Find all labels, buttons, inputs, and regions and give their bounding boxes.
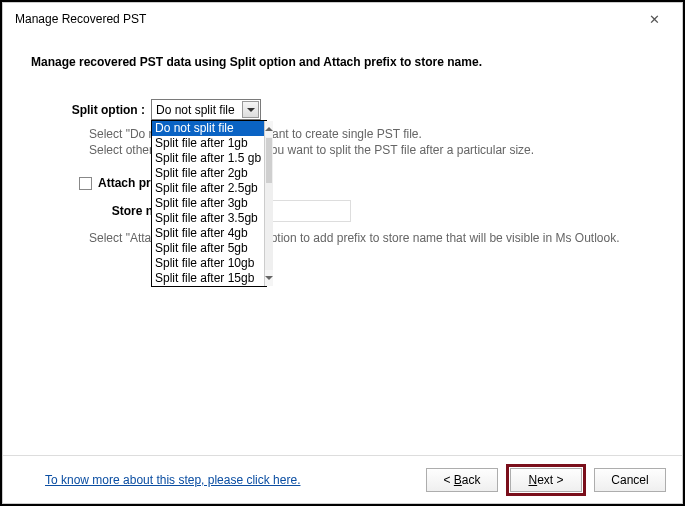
dropdown-item[interactable]: Split file after 1gb	[152, 136, 264, 151]
cancel-button[interactable]: Cancel	[594, 468, 666, 492]
footer: To know more about this step, please cli…	[3, 455, 682, 503]
titlebar: Manage Recovered PST ✕	[3, 3, 682, 35]
dropdown-item[interactable]: Split file after 5gb	[152, 241, 264, 256]
scroll-up-icon[interactable]	[265, 121, 273, 137]
split-option-label: Split option :	[31, 103, 151, 117]
split-option-combo[interactable]: Do not split file	[151, 99, 261, 120]
scroll-track[interactable]	[265, 184, 273, 270]
back-button[interactable]: < Back	[426, 468, 498, 492]
attach-hint: Select "Attach ption to add prefix to st…	[31, 230, 654, 246]
dropdown-scrollbar[interactable]	[264, 121, 273, 286]
dropdown-item[interactable]: Split file after 2gb	[152, 166, 264, 181]
attach-prefix-row: Attach prefix t	[31, 176, 654, 190]
dropdown-item[interactable]: Split file after 10gb	[152, 256, 264, 271]
content-area: Manage recovered PST data using Split op…	[3, 35, 682, 246]
split-option-dropdown: Do not split file Split file after 1gb S…	[151, 120, 267, 287]
dropdown-item[interactable]: Split file after 15gb	[152, 271, 264, 286]
scroll-down-icon[interactable]	[265, 270, 273, 286]
page-heading: Manage recovered PST data using Split op…	[31, 55, 654, 69]
dropdown-item[interactable]: Split file after 4gb	[152, 226, 264, 241]
help-link[interactable]: To know more about this step, please cli…	[45, 473, 300, 487]
scroll-thumb[interactable]	[266, 138, 272, 183]
dropdown-item[interactable]: Do not split file	[152, 121, 264, 136]
close-icon[interactable]: ✕	[634, 5, 674, 33]
next-button[interactable]: Next >	[510, 468, 582, 492]
dropdown-item[interactable]: Split file after 2.5gb	[152, 181, 264, 196]
dropdown-item[interactable]: Split file after 3.5gb	[152, 211, 264, 226]
window-title: Manage Recovered PST	[15, 12, 634, 26]
split-option-value: Do not split file	[156, 103, 235, 117]
next-button-highlight: Next >	[506, 464, 586, 496]
dropdown-item[interactable]: Split file after 1.5 gb	[152, 151, 264, 166]
split-hint: Select "Do n ant to create single PST fi…	[31, 126, 654, 158]
attach-prefix-checkbox[interactable]	[79, 177, 92, 190]
dropdown-item[interactable]: Split file after 3gb	[152, 196, 264, 211]
dialog-window: Manage Recovered PST ✕ Manage recovered …	[2, 2, 683, 504]
dropdown-list: Do not split file Split file after 1gb S…	[152, 121, 264, 286]
chevron-down-icon[interactable]	[242, 101, 259, 118]
